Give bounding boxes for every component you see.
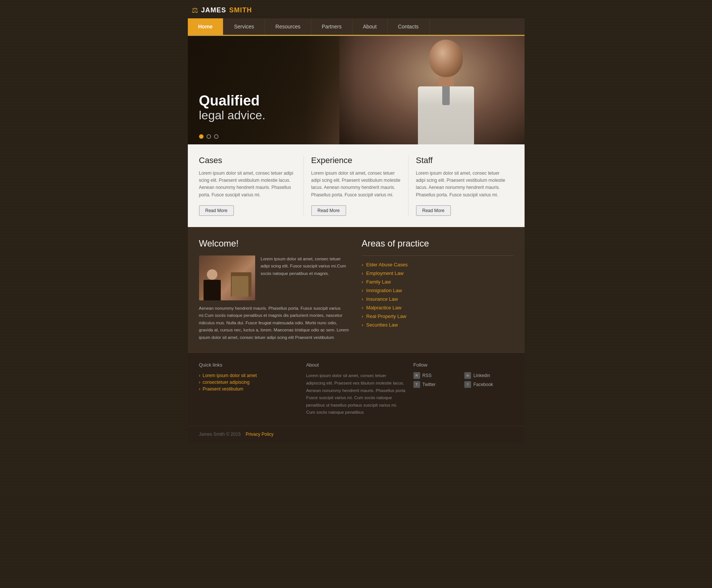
bottom-bar: James Smith © 2015 Privacy Policy: [188, 426, 525, 442]
facebook-label[interactable]: Facebook: [473, 382, 493, 387]
feature-experience-title: Experience: [311, 156, 401, 165]
hero-title: Qualified: [199, 93, 266, 109]
slider-dot-2[interactable]: [207, 134, 211, 139]
read-more-cases-button[interactable]: Read More: [199, 205, 234, 216]
nav-resources[interactable]: Resources: [265, 18, 311, 35]
logo-first-name: JAMES: [201, 6, 226, 14]
logo-last-name: SMITH: [229, 6, 252, 14]
nav-services[interactable]: Services: [223, 18, 265, 35]
area-securities-law[interactable]: Securities Law: [362, 321, 513, 329]
follow-facebook[interactable]: f Facebook: [464, 381, 513, 388]
twitter-icon: T: [413, 381, 420, 388]
nav-about[interactable]: About: [352, 18, 388, 35]
facebook-icon: f: [464, 381, 471, 388]
area-immigration-law[interactable]: Immigration Law: [362, 286, 513, 295]
follow-grid: R RSS in Linkedin T Twitter f Facebook: [413, 372, 513, 388]
nav-partners[interactable]: Partners: [311, 18, 352, 35]
welcome-intro-text: Lorem ipsum dolor sit amet, consec tetue…: [261, 255, 351, 300]
welcome-image: [199, 255, 255, 300]
area-malpractice-law[interactable]: Malpractice Law: [362, 303, 513, 312]
slider-dot-1[interactable]: [199, 134, 204, 139]
feature-staff: Staff Lorem ipsum dolor sit amet, consec…: [409, 156, 513, 216]
footer-about-text: Lorem ipsum dolor sit amet, consec tetue…: [306, 372, 406, 416]
welcome-area: Welcome! Lorem ipsum dolor sit amet, con…: [199, 238, 351, 342]
area-family-law[interactable]: Family Law: [362, 278, 513, 286]
feature-cases-title: Cases: [199, 156, 296, 165]
area-employment-law[interactable]: Employment Law: [362, 269, 513, 278]
area-real-property-law[interactable]: Real Property Law: [362, 312, 513, 321]
hero-slider: Qualified legal advice.: [188, 36, 525, 144]
footer-quick-links-title: Quick links: [199, 362, 299, 368]
footer-link-3[interactable]: Praesent vestibulum: [199, 386, 299, 392]
content-section: Welcome! Lorem ipsum dolor sit amet, con…: [188, 227, 525, 353]
rss-label[interactable]: RSS: [422, 373, 432, 378]
areas-separator: [362, 255, 513, 256]
areas-title: Areas of practice: [362, 238, 513, 249]
footer-link-2[interactable]: consectetuer adipiscing: [199, 379, 299, 386]
footer-quick-links: Quick links Lorem ipsum dolor sit amet c…: [199, 362, 299, 416]
nav-home[interactable]: Home: [188, 18, 224, 35]
read-more-staff-button[interactable]: Read More: [416, 205, 451, 216]
linkedin-label[interactable]: Linkedin: [473, 373, 490, 378]
hero-subtitle: legal advice.: [199, 109, 266, 122]
feature-staff-title: Staff: [416, 156, 506, 165]
logo: ⚖ JAMES SMITH: [192, 6, 252, 15]
welcome-body-text: Aenean nonummy hendrerit mauris. Phasell…: [199, 305, 351, 342]
areas-area: Areas of practice Elder Abuse Cases Empl…: [362, 238, 513, 342]
footer: Quick links Lorem ipsum dolor sit amet c…: [188, 352, 525, 425]
hero-person-image: [390, 40, 502, 144]
footer-about-title: About: [306, 362, 406, 368]
welcome-title: Welcome!: [199, 238, 351, 249]
hero-text-area: Qualified legal advice.: [199, 93, 266, 122]
footer-follow-title: Follow: [413, 362, 513, 368]
nav-contacts[interactable]: Contacts: [388, 18, 430, 35]
feature-staff-text: Lorem ipsum dolor sit amet, consec tetue…: [416, 170, 506, 199]
read-more-experience-button[interactable]: Read More: [311, 205, 346, 216]
feature-experience-text: Lorem ipsum dolor sit amet, consec tetue…: [311, 170, 401, 199]
slider-dots: [199, 134, 219, 139]
feature-cases: Cases Lorem ipsum dolor sit amet, consec…: [199, 156, 304, 216]
linkedin-icon: in: [464, 372, 471, 379]
footer-link-1[interactable]: Lorem ipsum dolor sit amet: [199, 372, 299, 379]
logo-icon: ⚖: [192, 6, 198, 15]
follow-linkedin[interactable]: in Linkedin: [464, 372, 513, 379]
copyright-text: James Smith © 2015: [199, 432, 241, 437]
twitter-label[interactable]: Twitter: [422, 382, 436, 387]
feature-cases-text: Lorem ipsum dolor sit amet, consec tetue…: [199, 170, 296, 199]
features-section: Cases Lorem ipsum dolor sit amet, consec…: [188, 144, 525, 227]
footer-follow: Follow R RSS in Linkedin T Twitter f Fac…: [413, 362, 513, 416]
follow-rss[interactable]: R RSS: [413, 372, 462, 379]
slider-dot-3[interactable]: [214, 134, 219, 139]
feature-experience: Experience Lorem ipsum dolor sit amet, c…: [304, 156, 409, 216]
welcome-image-row: Lorem ipsum dolor sit amet, consec tetue…: [199, 255, 351, 300]
follow-twitter[interactable]: T Twitter: [413, 381, 462, 388]
area-insurance-law[interactable]: Insurance Law: [362, 295, 513, 303]
rss-icon: R: [413, 372, 420, 379]
main-nav: Home Services Resources Partners About C…: [188, 18, 525, 36]
privacy-policy-link[interactable]: Privacy Policy: [245, 432, 274, 437]
area-elder-abuse[interactable]: Elder Abuse Cases: [362, 260, 513, 269]
footer-about: About Lorem ipsum dolor sit amet, consec…: [306, 362, 406, 416]
hero-overlay: [188, 36, 356, 144]
